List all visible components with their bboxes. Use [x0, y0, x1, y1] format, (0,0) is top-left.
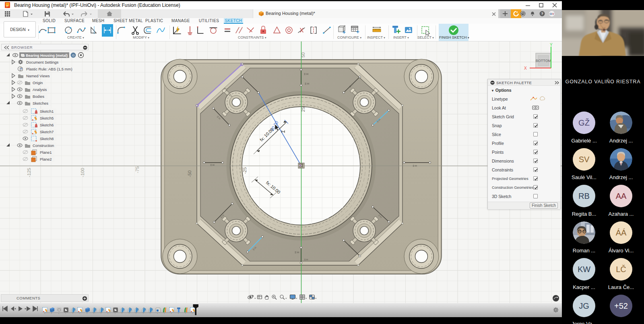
svg-text:Bearing Housing (metal): Bearing Housing (metal) — [26, 54, 68, 58]
svg-text:-50: -50 — [187, 170, 192, 177]
svg-text:-75: -75 — [135, 166, 140, 173]
svg-text:GV: GV — [549, 12, 554, 16]
svg-text:X: X — [524, 66, 527, 70]
svg-text:Bodies: Bodies — [33, 94, 44, 99]
svg-text:Sketch1: Sketch1 — [40, 109, 54, 114]
svg-text:Plastic Rule: ABS (1,5 mm): Plastic Rule: ABS (1,5 mm) — [26, 67, 72, 71]
svg-text:-100: -100 — [80, 168, 85, 177]
svg-text:Sketch5: Sketch5 — [40, 116, 54, 120]
svg-text:?: ? — [541, 12, 543, 16]
svg-text:Construction: Construction — [33, 143, 54, 148]
svg-text:Plane1: Plane1 — [40, 150, 52, 155]
svg-text:Sketch7: Sketch7 — [40, 130, 54, 134]
svg-text:Origin: Origin — [33, 80, 43, 85]
svg-text:BOTTOM: BOTTOM — [536, 59, 551, 63]
svg-text:Sketches: Sketches — [33, 101, 48, 105]
svg-text:Y: Y — [550, 43, 553, 47]
svg-text:Plane2: Plane2 — [40, 157, 52, 161]
svg-text:-25: -25 — [242, 167, 247, 174]
svg-text:Analysis: Analysis — [33, 87, 47, 92]
svg-text:Sketch6: Sketch6 — [40, 123, 54, 127]
svg-text:25: 25 — [301, 107, 305, 112]
svg-text:50: 50 — [301, 52, 305, 58]
svg-text:G: G — [72, 54, 74, 57]
svg-text:-125: -125 — [27, 168, 31, 177]
svg-text:Sketch8: Sketch8 — [40, 136, 54, 141]
svg-text:F: F — [6, 4, 8, 8]
svg-text:Document Settings: Document Settings — [26, 60, 59, 64]
svg-text:Named Views: Named Views — [26, 74, 50, 78]
